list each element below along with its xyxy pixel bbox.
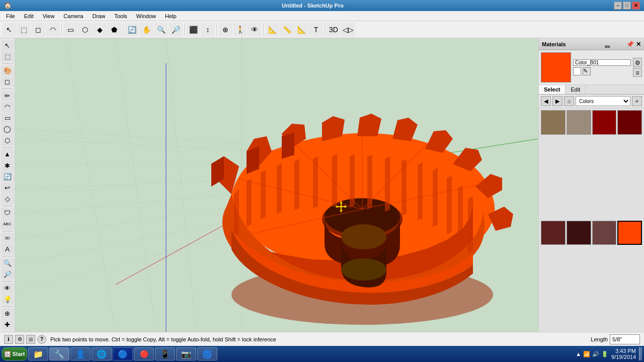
status-icon-3[interactable]: ◎: [26, 335, 35, 344]
mat-home-btn[interactable]: ⌂: [564, 96, 574, 106]
left-move[interactable]: ✱: [1, 160, 14, 170]
arc-tool[interactable]: ◠: [46, 23, 60, 37]
intersect-tool[interactable]: ⬟: [107, 23, 121, 37]
menu-help[interactable]: Help: [161, 12, 181, 20]
protractor-tool[interactable]: 📐: [294, 23, 308, 37]
color-cell-4[interactable]: [541, 221, 566, 245]
look-tool[interactable]: 👁: [248, 23, 262, 37]
dims-tool[interactable]: ◁▷: [341, 23, 355, 37]
section-plane-tool[interactable]: ⬛: [186, 23, 200, 37]
color-cell-7[interactable]: [617, 221, 642, 245]
left-light[interactable]: 💡: [1, 294, 14, 305]
left-section[interactable]: 🛡: [1, 208, 14, 218]
paint-tool[interactable]: ◻: [31, 23, 45, 37]
pan-tool[interactable]: ✋: [139, 23, 153, 37]
menu-draw[interactable]: Draw: [88, 12, 109, 20]
left-axes[interactable]: ⊕: [1, 308, 14, 319]
left-component[interactable]: ⬚: [1, 51, 14, 62]
taskbar-chrome[interactable]: 🌐: [92, 347, 112, 360]
taskbar-app5[interactable]: 🔴: [134, 347, 154, 360]
3dtext-tool[interactable]: 3D: [327, 23, 341, 37]
left-walk[interactable]: 👁: [1, 283, 14, 294]
status-help-icon[interactable]: ?: [37, 335, 46, 344]
mat-back-btn[interactable]: ◀: [541, 96, 551, 106]
mat-list-icon[interactable]: ≡: [633, 68, 642, 77]
color-alt-swatch[interactable]: [573, 67, 581, 75]
left-a[interactable]: A: [1, 244, 14, 254]
taskbar-sketchup[interactable]: 🔧: [49, 347, 69, 360]
color-swatch-large[interactable]: [541, 52, 571, 82]
left-push[interactable]: ▲: [1, 149, 14, 159]
taskbar-explorer[interactable]: 📁: [28, 347, 48, 360]
left-rect[interactable]: ▭: [1, 113, 14, 123]
zoom-tool[interactable]: 🔍: [154, 23, 168, 37]
color-cell-0[interactable]: [541, 110, 566, 135]
left-line[interactable]: ✏: [1, 90, 14, 101]
show-desktop[interactable]: [639, 347, 642, 360]
tab-select[interactable]: Select: [539, 85, 566, 94]
left-circle[interactable]: ◯: [1, 124, 14, 134]
color-cell-1[interactable]: [567, 110, 591, 135]
text-tool[interactable]: T: [309, 23, 323, 37]
menu-file[interactable]: File: [2, 12, 19, 20]
tab-edit[interactable]: Edit: [566, 85, 586, 94]
menu-tools[interactable]: Tools: [110, 12, 131, 20]
zoom-ext-tool[interactable]: 🔎: [169, 23, 183, 37]
tray-sound[interactable]: 🔊: [592, 351, 599, 357]
start-button[interactable]: 🪟 Start: [2, 347, 27, 360]
left-scale[interactable]: ↩: [1, 183, 14, 193]
offset-tool[interactable]: ⬡: [78, 23, 92, 37]
viewport[interactable]: [15, 38, 538, 332]
color-picker-icon[interactable]: ✎: [583, 67, 591, 75]
follow-tool[interactable]: ◆: [93, 23, 107, 37]
tray-arrow[interactable]: ▲: [576, 351, 581, 357]
left-3d[interactable]: 3D: [1, 233, 14, 243]
close-button[interactable]: ✕: [632, 2, 640, 10]
status-icon-1[interactable]: ℹ: [4, 335, 13, 344]
color-cell-2[interactable]: [592, 110, 617, 135]
maximize-button[interactable]: □: [623, 2, 631, 10]
menu-camera[interactable]: Camera: [59, 12, 87, 20]
tray-network[interactable]: 📶: [583, 351, 590, 357]
menu-view[interactable]: View: [39, 12, 59, 20]
walk-tool[interactable]: 🚶: [233, 23, 247, 37]
menu-edit[interactable]: Edit: [20, 12, 38, 20]
left-erase[interactable]: ◻: [1, 76, 14, 87]
left-zoom[interactable]: 🔍: [1, 258, 14, 268]
taskbar-app8[interactable]: 🌀: [197, 347, 217, 360]
edit-pen-icon[interactable]: ✏: [605, 43, 611, 51]
left-add[interactable]: ✚: [1, 319, 14, 330]
left-rotate[interactable]: 🔄: [1, 171, 14, 182]
taskbar-photoshop[interactable]: 📷: [176, 347, 196, 360]
push-tool[interactable]: ▭: [63, 23, 77, 37]
color-cell-3[interactable]: [617, 110, 642, 135]
measure-tool[interactable]: 📐: [265, 23, 279, 37]
left-zoomext[interactable]: 🔎: [1, 269, 14, 280]
mat-forward-btn[interactable]: ▶: [552, 96, 562, 106]
left-arc[interactable]: ◠: [1, 102, 14, 112]
color-name-input[interactable]: [573, 59, 631, 66]
mat-settings-icon[interactable]: ⚙: [633, 58, 642, 67]
mat-add-btn[interactable]: +: [632, 96, 642, 106]
section-cut-tool[interactable]: ↕: [201, 23, 215, 37]
category-select[interactable]: Colors: [576, 96, 630, 106]
left-select[interactable]: ↖: [1, 40, 14, 51]
length-input[interactable]: [610, 334, 640, 344]
mat-close-icon[interactable]: ✕: [636, 41, 641, 48]
tape-tool[interactable]: 📏: [280, 23, 294, 37]
color-cell-5[interactable]: [567, 221, 591, 245]
system-clock[interactable]: 3:43 PM 9/19/2014: [611, 348, 636, 360]
left-polygon[interactable]: ⬡: [1, 135, 14, 145]
taskbar-user[interactable]: 👤: [70, 347, 91, 360]
component-tool[interactable]: ⬚: [17, 23, 31, 37]
tray-battery[interactable]: 🔋: [601, 351, 608, 357]
minimize-button[interactable]: –: [614, 2, 622, 10]
left-offset[interactable]: ◇: [1, 194, 14, 204]
orbit-tool[interactable]: 🔄: [125, 23, 139, 37]
mat-pin-icon[interactable]: 📌: [626, 41, 634, 48]
status-icon-2[interactable]: ⚙: [15, 335, 24, 344]
taskbar-3dsmax[interactable]: 🔵: [113, 347, 133, 360]
color-cell-6[interactable]: [592, 221, 617, 245]
left-abc[interactable]: ABC: [1, 219, 14, 229]
taskbar-app6[interactable]: 📱: [155, 347, 175, 360]
